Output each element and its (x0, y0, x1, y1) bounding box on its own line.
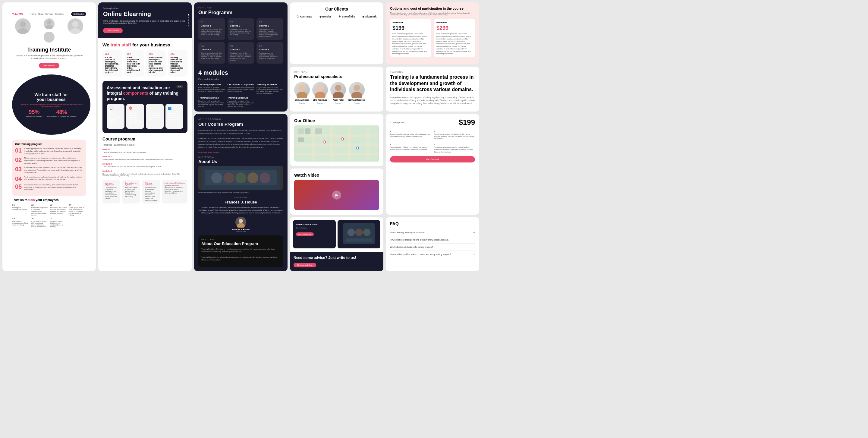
pd-item-3: Training Schedule It lays out the struct… (256, 83, 283, 94)
consult-btn-1[interactable]: Get consultation (296, 232, 314, 236)
course-program-text1: A training program is a structured and s… (198, 129, 283, 135)
logo[interactable]: TutorMS (12, 13, 23, 16)
faq-toggle-1[interactable]: + (473, 231, 475, 234)
info-icon-4: 👥 (168, 106, 181, 110)
assessment-card: Assessment and evaluation are integral c… (102, 81, 187, 133)
pd-item-2: Curriculum or Syllabus A detailed outlin… (227, 83, 254, 94)
svg-point-14 (353, 85, 360, 91)
svg-point-2 (47, 20, 51, 24)
options-title: Options and cost of participation in the… (390, 7, 475, 10)
about-edu-text: Training Facilities: Physical or virtual… (201, 248, 280, 253)
read-more-link[interactable]: Read more about program (198, 151, 283, 153)
pf-item-4: ● The various approaches used to include… (434, 143, 475, 153)
spec-name-4: Norman Meadows (348, 99, 365, 101)
faq-title: FAQ (390, 221, 475, 226)
pf-item-1: ● They are used to give real outline wha… (390, 130, 431, 140)
advice-card-1: Need some advice? Just write to us. Get … (293, 220, 336, 248)
faq-item-4[interactable]: How can I find qualified trainers or ins… (390, 251, 475, 258)
faq-item-1[interactable]: What is training, and why is it importan… (390, 229, 475, 236)
faq-item-2[interactable]: How do I choose the right training progr… (390, 236, 475, 244)
svg-point-10 (317, 85, 323, 91)
svg-point-24 (237, 223, 245, 227)
mf-card-1: Learning Objectives Clear are shown to g… (102, 180, 120, 204)
office-title: Our Office (294, 118, 379, 123)
spec-avatar-4 (349, 82, 365, 98)
mf-card-2: Curriculum or Syllabus A detailed outlin… (122, 180, 140, 204)
oval-heading: We train staff foryour business (18, 92, 84, 102)
stat1-label: innovation sometimes (26, 116, 42, 117)
hero-avatar-3 (44, 32, 55, 42)
nav-cta[interactable]: Get Started (71, 12, 86, 16)
clients-panel: Our Clients ⬡ Recharge ◆ Border ❄ Snowfl… (290, 2, 383, 64)
about-us-image (198, 166, 283, 190)
nav-home[interactable]: Home (30, 13, 36, 15)
course-program-title: Course program (102, 136, 187, 142)
features-grid: #01 It is the positive of developing, st… (102, 50, 187, 76)
play-button[interactable]: ▶ (332, 190, 341, 199)
advice-panel: Need some advice? Just write to us. Get … (290, 217, 383, 271)
svg-point-3 (45, 25, 53, 29)
faq-item-3[interactable]: What is the typical duration of a traini… (390, 244, 475, 251)
clients-title: Our Clients (294, 7, 379, 11)
courses-grid: 01 Course 1 Clear and specific goals tha… (198, 19, 283, 64)
svg-rect-34 (305, 128, 310, 134)
institute-subtitle: Training is a fundamental process in the… (12, 54, 86, 60)
svg-point-38 (323, 141, 325, 143)
course-box-5: 05 Course 5 A detailed outline of the to… (227, 42, 254, 64)
nav-services[interactable]: Services (45, 13, 53, 15)
course-price-cta[interactable]: Get Started (390, 156, 475, 162)
course-box-2: 02 Course 2 A detailed outline of the to… (227, 19, 254, 40)
faq-toggle-4[interactable]: + (473, 253, 475, 256)
svg-point-18 (211, 173, 222, 183)
svg-point-21 (247, 173, 258, 183)
svg-rect-47 (346, 239, 372, 242)
trust-item-4: 04 Lorem ipsum dolor sit amet, consectet… (69, 204, 87, 216)
specialists-title: Professional specialists (294, 74, 379, 79)
feature-card-3: #03 A well-planned training is a provisi… (146, 50, 166, 76)
stat1-number: 95% (26, 109, 42, 116)
svg-point-6 (72, 21, 79, 27)
price-header: Course price $199 (390, 118, 475, 127)
elearning-subtitle: In the workplace, training is crucial fo… (103, 20, 187, 24)
tp-num-1: 01 (15, 148, 22, 153)
tp-text-3: A well-planned training program typicall… (24, 166, 83, 174)
svg-rect-29 (312, 125, 315, 162)
price-value: $199 (459, 118, 475, 127)
advice-banner: Need some advice? Just write to us! Get … (290, 252, 383, 271)
faq-toggle-3[interactable]: + (473, 245, 475, 249)
trust-item-6: 06 In the world of sports, athletes deve… (31, 217, 49, 227)
info-icon-3: ✓ (148, 106, 161, 110)
course-box-4: 04 Course 4 Clear and specific goals tha… (198, 42, 225, 64)
course-box-3: 03 Course 3 Resources such as textbooks,… (256, 19, 283, 40)
nav-contacts[interactable]: Contacts (55, 13, 64, 15)
tp-text-5: Delivery methods can vary widely, from t… (24, 184, 83, 191)
module-features-grid: Learning Objectives Clear are shown to g… (102, 180, 187, 204)
elearning-title: Online Elearning (103, 10, 187, 18)
svg-point-0 (20, 21, 26, 27)
fundamental-text: In education, students undergo years of … (390, 96, 475, 104)
get-started-button[interactable]: Get Started (39, 63, 60, 68)
svg-point-19 (223, 173, 234, 183)
about-program-label: ABOUT PROGRAM (198, 118, 283, 120)
programm-title: Our Programm (198, 10, 283, 15)
tp-num-4: 04 (15, 176, 22, 182)
specialist-2: Lina Rodriguez Teacher (312, 82, 328, 104)
course-program-text2: A well-planned training program typicall… (198, 137, 283, 149)
elearning-cta[interactable]: Get Started (103, 28, 123, 33)
about-us-title: About Us (198, 159, 283, 164)
author-display-name: Frances J. House (198, 228, 283, 230)
author-quote: Overall, training is a continuous journe… (198, 206, 283, 214)
nav-about[interactable]: About (38, 13, 43, 15)
stat2-label: Teachers as a of structure and follow-up (47, 116, 76, 117)
client-logo-snowflake: ❄ Snowflake (338, 15, 355, 18)
video-thumbnail[interactable]: ▶ (294, 180, 379, 210)
tp-num-3: 03 (15, 166, 22, 172)
training-program-section: Our training program 01 A training progr… (12, 139, 86, 196)
author-label: Course Author (198, 196, 283, 199)
advice-banner-cta[interactable]: Get consultation (293, 263, 316, 268)
train-staff-heading: We train staff for your business (102, 42, 187, 47)
spec-role-1: Teacher (299, 102, 305, 104)
trust-item-7: 07 Numerous topics, athletes, dietary co… (50, 217, 67, 227)
faq-toggle-2[interactable]: + (473, 238, 475, 242)
svg-point-11 (315, 92, 326, 98)
